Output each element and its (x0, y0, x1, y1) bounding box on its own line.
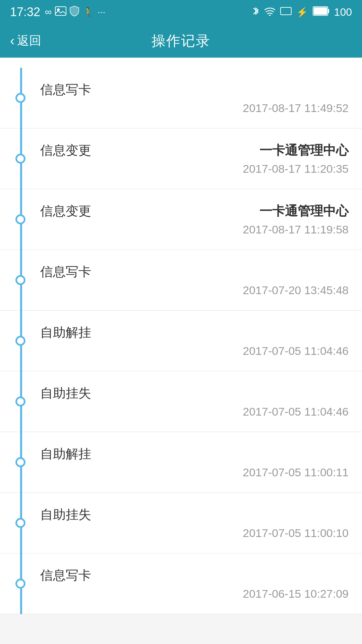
record-action: 信息写卡 (40, 81, 91, 98)
timeline-item: 信息变更一卡通管理中心2017-08-17 11:19:58 (0, 189, 362, 250)
record-action: 自助挂失 (40, 385, 91, 402)
record-location: 一卡通管理中心 (259, 203, 349, 220)
record-row: 自助挂失 (40, 506, 349, 523)
walk-icon: 🚶 (82, 7, 94, 18)
screen-icon (280, 7, 292, 17)
timeline-dot (15, 396, 25, 407)
record-content: 自助解挂2017-07-05 11:00:11 (40, 445, 349, 479)
record-row: 信息写卡 (40, 567, 349, 584)
charging-icon: ⚡ (296, 7, 308, 18)
timeline-item: 自助挂失2017-07-05 11:04:46 (0, 371, 362, 432)
battery-level: 100 (334, 6, 352, 18)
record-content: 信息写卡2017-06-15 10:27:09 (40, 567, 349, 600)
top-spacer (0, 58, 362, 68)
timeline-dot (15, 518, 25, 528)
record-content: 信息变更一卡通管理中心2017-08-17 11:19:58 (40, 203, 349, 236)
record-action: 信息写卡 (40, 567, 91, 584)
timeline-item: 信息写卡2017-07-20 13:45:48 (0, 250, 362, 311)
record-timestamp: 2017-07-05 11:00:10 (243, 527, 349, 540)
record-bottom-row: 2017-08-17 11:19:58 (40, 223, 349, 236)
record-timestamp: 2017-07-20 13:45:48 (243, 284, 349, 297)
status-icons: ∞ 🚶 ··· (45, 6, 105, 19)
record-bottom-row: 2017-07-05 11:00:11 (40, 466, 349, 479)
timeline-dot (15, 579, 25, 589)
image-icon (55, 6, 66, 18)
record-action: 自助解挂 (40, 445, 91, 463)
timeline-dot (15, 93, 25, 103)
record-timestamp: 2017-06-15 10:27:09 (243, 587, 349, 600)
timeline-item: 自助挂失2017-07-05 11:00:10 (0, 493, 362, 553)
record-row: 自助挂失 (40, 385, 349, 402)
svg-rect-5 (328, 9, 329, 13)
svg-rect-6 (314, 7, 327, 15)
more-icon: ··· (98, 7, 105, 17)
loop-icon: ∞ (45, 7, 52, 17)
timeline-dot (15, 336, 25, 346)
wifi-icon (264, 6, 276, 18)
timeline-item: 自助解挂2017-07-05 11:00:11 (0, 432, 362, 493)
record-content: 自助挂失2017-07-05 11:00:10 (40, 506, 349, 540)
record-row: 信息变更一卡通管理中心 (40, 142, 349, 159)
record-row: 自助解挂 (40, 324, 349, 341)
record-action: 自助挂失 (40, 506, 91, 523)
record-bottom-row: 2017-07-05 11:04:46 (40, 405, 349, 418)
back-arrow-icon: ‹ (10, 33, 14, 48)
timeline-dot (15, 154, 25, 164)
svg-rect-0 (55, 7, 66, 15)
status-time: 17:32 (10, 5, 40, 19)
content-area: 信息写卡2017-08-17 11:49:52信息变更一卡通管理中心2017-0… (0, 58, 362, 614)
record-bottom-row: 2017-08-17 11:49:52 (40, 102, 349, 115)
record-action: 信息变更 (40, 203, 91, 220)
record-bottom-row: 2017-08-17 11:20:35 (40, 162, 349, 175)
record-row: 信息写卡 (40, 263, 349, 280)
record-bottom-row: 2017-07-05 11:00:10 (40, 527, 349, 540)
record-action: 自助解挂 (40, 324, 91, 341)
record-content: 自助解挂2017-07-05 11:04:46 (40, 324, 349, 358)
timeline-dot (15, 457, 25, 467)
record-content: 信息变更一卡通管理中心2017-08-17 11:20:35 (40, 142, 349, 175)
record-content: 自助挂失2017-07-05 11:04:46 (40, 385, 349, 418)
timeline-item: 自助解挂2017-07-05 11:04:46 (0, 311, 362, 371)
timeline-item: 信息变更一卡通管理中心2017-08-17 11:20:35 (0, 128, 362, 189)
timeline-item: 信息写卡2017-06-15 10:27:09 (0, 553, 362, 614)
record-timestamp: 2017-07-05 11:04:46 (243, 344, 349, 358)
bluetooth-icon (252, 5, 259, 19)
status-bar: 17:32 ∞ 🚶 ··· (0, 0, 362, 24)
record-content: 信息写卡2017-07-20 13:45:48 (40, 263, 349, 297)
record-action: 信息写卡 (40, 263, 91, 280)
svg-rect-3 (281, 7, 291, 15)
record-timestamp: 2017-07-05 11:00:11 (243, 466, 349, 479)
record-row: 信息变更一卡通管理中心 (40, 203, 349, 220)
battery-icon (313, 6, 329, 18)
record-row: 信息写卡 (40, 81, 349, 98)
svg-point-2 (269, 14, 270, 16)
status-right: ⚡ 100 (252, 5, 352, 19)
record-timestamp: 2017-08-17 11:49:52 (243, 102, 349, 115)
page-title: 操作记录 (152, 32, 210, 50)
record-bottom-row: 2017-07-05 11:04:46 (40, 344, 349, 358)
record-bottom-row: 2017-07-20 13:45:48 (40, 284, 349, 297)
record-action: 信息变更 (40, 142, 91, 159)
shield-icon (70, 6, 79, 19)
nav-bar: ‹ 返回 操作记录 (0, 24, 362, 58)
record-bottom-row: 2017-06-15 10:27:09 (40, 587, 349, 600)
status-left: 17:32 ∞ 🚶 ··· (10, 5, 105, 19)
record-row: 自助解挂 (40, 445, 349, 463)
timeline-dot (15, 214, 25, 224)
record-timestamp: 2017-08-17 11:19:58 (243, 223, 349, 236)
record-content: 信息写卡2017-08-17 11:49:52 (40, 81, 349, 115)
timeline-dot (15, 275, 25, 285)
record-location: 一卡通管理中心 (259, 142, 349, 159)
back-label: 返回 (17, 33, 41, 49)
back-button[interactable]: ‹ 返回 (10, 33, 41, 49)
record-timestamp: 2017-07-05 11:04:46 (243, 405, 349, 418)
timeline: 信息写卡2017-08-17 11:49:52信息变更一卡通管理中心2017-0… (0, 68, 362, 614)
record-timestamp: 2017-08-17 11:20:35 (243, 162, 349, 175)
timeline-item: 信息写卡2017-08-17 11:49:52 (0, 68, 362, 128)
